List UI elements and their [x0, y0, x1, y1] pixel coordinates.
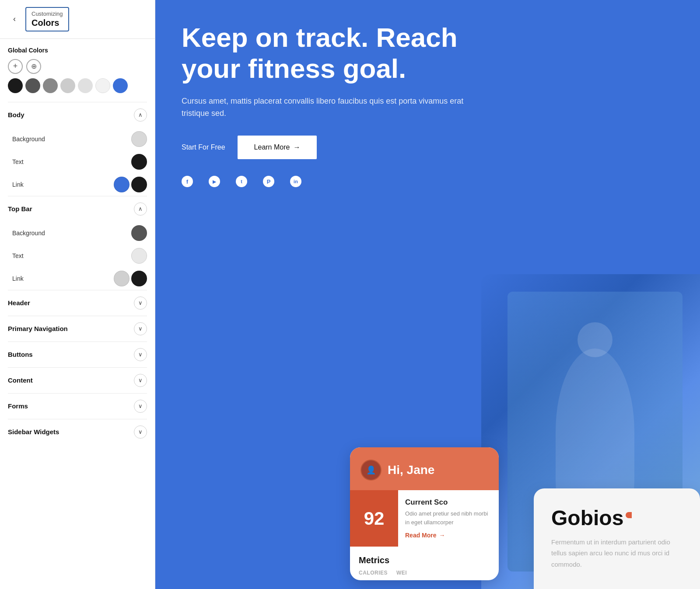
forms-chevron[interactable]: ∨	[134, 400, 147, 413]
body-text-swatches	[131, 154, 147, 170]
body-group-header[interactable]: Body ∧	[8, 102, 147, 128]
topbar-background-swatch[interactable]	[131, 225, 147, 241]
buttons-group-header[interactable]: Buttons ∨	[8, 342, 147, 367]
content-group: Content ∨	[8, 367, 147, 393]
body-text-swatch[interactable]	[131, 154, 147, 170]
social-icons-row: f ▶ t P in	[182, 176, 674, 187]
calories-label: CALORIES	[359, 570, 388, 576]
learn-more-arrow: →	[293, 143, 300, 151]
youtube-icon[interactable]: ▶	[209, 176, 220, 187]
primary-navigation-group-header[interactable]: Primary Navigation ∨	[8, 316, 147, 342]
buttons-chevron[interactable]: ∨	[134, 348, 147, 361]
swatch-gray[interactable]	[43, 78, 58, 93]
body-group: Body ∧ Background Text Link	[8, 102, 147, 196]
score-box: 92	[350, 490, 398, 547]
topbar-link-label: Link	[12, 275, 24, 282]
body-chevron[interactable]: ∧	[134, 108, 147, 122]
twitter-icon[interactable]: t	[236, 176, 247, 187]
topbar-link-swatches	[114, 271, 147, 286]
gobios-logo-mark	[626, 512, 632, 518]
primary-navigation-group-label: Primary Navigation	[8, 325, 68, 332]
start-for-free-button[interactable]: Start For Free	[182, 143, 225, 151]
facebook-icon[interactable]: f	[182, 176, 193, 187]
topbar-group-label: Top Bar	[8, 205, 32, 213]
topbar-group-header[interactable]: Top Bar ∧	[8, 196, 147, 222]
content-group-label: Content	[8, 376, 33, 384]
header-chevron[interactable]: ∨	[134, 296, 147, 310]
swatch-blue[interactable]	[113, 78, 128, 93]
sidebar-widgets-group-label: Sidebar Widgets	[8, 428, 59, 436]
learn-more-label: Learn More	[254, 143, 290, 151]
body-text-row: Text	[8, 150, 147, 173]
score-number: 92	[364, 508, 385, 529]
linkedin-icon[interactable]: in	[290, 176, 301, 187]
colors-label: Colors	[32, 17, 63, 28]
customizing-label: Customizing	[32, 10, 63, 17]
move-color-button[interactable]: ⊕	[26, 59, 41, 74]
header-group-label: Header	[8, 299, 30, 307]
topbar-text-swatch[interactable]	[131, 248, 147, 264]
header-group: Header ∨	[8, 290, 147, 316]
fitness-card: 👤 Hi, Jane 92 Current Sco Odio amet pret…	[350, 447, 499, 580]
topbar-text-swatches	[131, 248, 147, 264]
swatch-black[interactable]	[8, 78, 23, 93]
global-colors-controls: + ⊕	[8, 59, 147, 74]
swatch-lighter-gray[interactable]	[78, 78, 93, 93]
body-background-swatches	[131, 131, 147, 147]
card1-body: 92 Current Sco Odio amet pretiur sed nib…	[350, 490, 499, 547]
swatch-dark-gray[interactable]	[25, 78, 40, 93]
preview-panel: Keep on track. Reach your fitness goal. …	[155, 0, 700, 589]
gobios-logo-text: Gobios	[551, 508, 623, 529]
content-group-header[interactable]: Content ∨	[8, 368, 147, 393]
read-more-link[interactable]: Read More →	[405, 532, 492, 539]
body-link-swatch-blue[interactable]	[114, 177, 130, 192]
swatch-off-white[interactable]	[95, 78, 110, 93]
body-link-swatches	[114, 177, 147, 192]
title-box: Customizing Colors	[25, 7, 69, 31]
buttons-group-label: Buttons	[8, 351, 33, 358]
back-button[interactable]: ‹	[8, 13, 21, 26]
metrics-section: Metrics CALORIES WEI	[350, 547, 499, 580]
content-chevron[interactable]: ∨	[134, 374, 147, 387]
score-label: Current Sco	[405, 498, 492, 507]
body-text-label: Text	[12, 158, 24, 165]
topbar-link-swatch-black[interactable]	[131, 271, 147, 286]
topbar-background-label: Background	[12, 230, 45, 237]
user-avatar: 👤	[360, 460, 382, 481]
primary-navigation-group: Primary Navigation ∨	[8, 316, 147, 342]
sidebar-widgets-chevron[interactable]: ∨	[134, 425, 147, 439]
topbar-link-row: Link	[8, 267, 147, 290]
topbar-chevron[interactable]: ∧	[134, 202, 147, 216]
score-info-text: Odio amet pretiur sed nibh morbi in eget…	[405, 509, 492, 526]
hero-buttons: Start For Free Learn More →	[182, 136, 674, 159]
add-color-button[interactable]: +	[8, 59, 23, 74]
metrics-title: Metrics	[359, 555, 490, 565]
body-link-label: Link	[12, 181, 24, 188]
hero-subtitle: Cursus amet, mattis placerat convallis l…	[182, 95, 488, 120]
learn-more-button[interactable]: Learn More →	[238, 136, 317, 159]
topbar-group: Top Bar ∧ Background Text Link	[8, 196, 147, 290]
forms-group-header[interactable]: Forms ∨	[8, 394, 147, 419]
sidebar-widgets-group-header[interactable]: Sidebar Widgets ∨	[8, 419, 147, 445]
topbar-text-row: Text	[8, 244, 147, 267]
swatch-light-gray[interactable]	[60, 78, 75, 93]
sidebar-widgets-group: Sidebar Widgets ∨	[8, 419, 147, 445]
body-link-row: Link	[8, 173, 147, 196]
topbar-link-swatch-light[interactable]	[114, 271, 130, 286]
global-color-swatches	[8, 78, 147, 93]
topbar-background-swatches	[131, 225, 147, 241]
body-background-swatch[interactable]	[131, 131, 147, 147]
body-background-label: Background	[12, 136, 45, 143]
card1-header: 👤 Hi, Jane	[350, 447, 499, 490]
pinterest-icon[interactable]: P	[263, 176, 274, 187]
forms-group-label: Forms	[8, 402, 28, 410]
preview-content: Keep on track. Reach your fitness goal. …	[155, 0, 700, 589]
topbar-background-row: Background	[8, 222, 147, 244]
forms-group: Forms ∨	[8, 393, 147, 419]
primary-navigation-chevron[interactable]: ∨	[134, 322, 147, 335]
header-group-header[interactable]: Header ∨	[8, 290, 147, 316]
topbar-text-label: Text	[12, 252, 24, 259]
body-link-swatch-black[interactable]	[131, 177, 147, 192]
body-group-label: Body	[8, 111, 24, 118]
gobios-card: Gobios Fermentum ut in interdum parturie…	[534, 488, 700, 589]
